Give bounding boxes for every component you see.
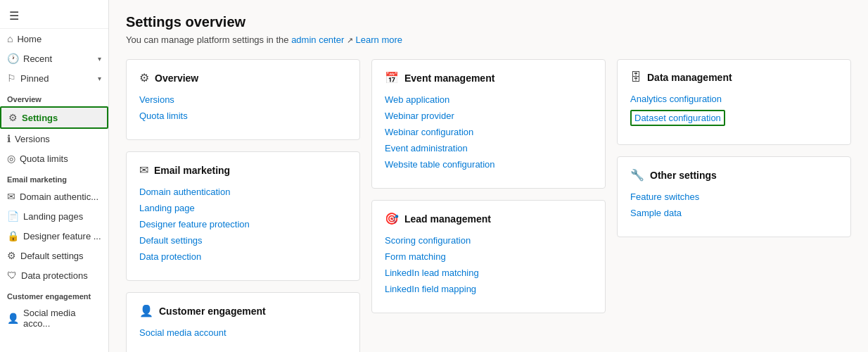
sidebar-item-label: Pinned bbox=[20, 73, 49, 84]
sidebar-item-label: Designer feature ... bbox=[23, 231, 101, 241]
gear-icon: ⚙ bbox=[7, 250, 16, 261]
pin-icon: ⚐ bbox=[7, 73, 16, 84]
data-protection-link[interactable]: Data protection bbox=[139, 251, 347, 262]
right-column: 🗄 Data management Analytics configuratio… bbox=[617, 59, 851, 352]
event-management-card-header: 📅 Event management bbox=[385, 71, 592, 84]
main-content: Settings overview You can manage platfor… bbox=[109, 0, 868, 352]
webinar-provider-link[interactable]: Webinar provider bbox=[385, 111, 592, 121]
sidebar-section-customer-engagement: Customer engagement bbox=[0, 285, 108, 303]
domain-auth-link[interactable]: Domain authentication bbox=[139, 187, 347, 197]
other-settings-card-header: 🔧 Other settings bbox=[630, 168, 838, 182]
external-icon: ↗ bbox=[347, 36, 353, 44]
sidebar-item-label: Social media acco... bbox=[23, 308, 101, 329]
sidebar-item-label: Landing pages bbox=[23, 211, 83, 222]
sidebar-item-label: Home bbox=[17, 34, 42, 44]
sidebar-item-quota-limits[interactable]: ◎ Quota limits bbox=[0, 149, 108, 168]
email-marketing-card-title: Email marketing bbox=[154, 165, 230, 176]
sidebar-item-label: Settings bbox=[22, 113, 58, 123]
overview-icon: ⚙ bbox=[139, 71, 149, 84]
landing-page-link[interactable]: Landing page bbox=[139, 203, 347, 213]
analytics-config-link[interactable]: Analytics configuration bbox=[630, 94, 838, 104]
email-marketing-card: ✉ Email marketing Domain authentication … bbox=[126, 151, 360, 281]
social-media-link[interactable]: Social media account bbox=[139, 327, 347, 338]
customer-engagement-card-title: Customer engagement bbox=[159, 306, 266, 317]
sidebar-section-email-marketing: Email marketing bbox=[0, 168, 108, 187]
sidebar-item-data-protections[interactable]: 🛡 Data protections bbox=[0, 265, 108, 285]
event-management-card: 📅 Event management Web application Webin… bbox=[371, 59, 606, 189]
sidebar-item-label: Recent bbox=[23, 54, 52, 64]
customer-engagement-card-header: 👤 Customer engagement bbox=[139, 304, 347, 318]
shield-icon: 🛡 bbox=[7, 270, 17, 281]
designer-feature-link[interactable]: Designer feature protection bbox=[139, 219, 347, 230]
linkedin-field-link[interactable]: LinkedIn field mapping bbox=[385, 284, 592, 294]
lead-management-card: 🎯 Lead management Scoring configuration … bbox=[371, 200, 606, 313]
admin-center-link[interactable]: admin center bbox=[291, 34, 344, 45]
webinar-config-link[interactable]: Webinar configuration bbox=[385, 127, 592, 137]
customer-engagement-card: 👤 Customer engagement Social media accou… bbox=[126, 292, 360, 352]
linkedin-lead-link[interactable]: LinkedIn lead matching bbox=[385, 268, 592, 278]
email-marketing-icon: ✉ bbox=[139, 163, 148, 177]
cards-grid: ⚙ Overview Versions Quota limits ✉ Email… bbox=[126, 59, 851, 352]
sidebar-item-default-settings[interactable]: ⚙ Default settings bbox=[0, 246, 108, 265]
sidebar: ☰ ⌂ Home 🕐 Recent ▾ ⚐ Pinned ▾ Overview … bbox=[0, 0, 109, 352]
overview-card-header: ⚙ Overview bbox=[139, 71, 347, 84]
overview-card-title: Overview bbox=[155, 73, 198, 84]
default-settings-link[interactable]: Default settings bbox=[139, 235, 347, 246]
subtitle-text: You can manage platform settings in the bbox=[126, 34, 289, 45]
sidebar-item-versions[interactable]: ℹ Versions bbox=[0, 129, 108, 149]
chevron-down-icon: ▾ bbox=[98, 55, 101, 63]
page-title: Settings overview bbox=[126, 14, 851, 30]
sidebar-item-designer-feature[interactable]: 🔒 Designer feature ... bbox=[0, 226, 108, 246]
quota-icon: ◎ bbox=[7, 153, 15, 164]
settings-icon: ⚙ bbox=[8, 112, 18, 123]
lock-icon: 🔒 bbox=[7, 230, 19, 241]
sidebar-item-landing-pages[interactable]: 📄 Landing pages bbox=[0, 206, 108, 226]
data-management-card: 🗄 Data management Analytics configuratio… bbox=[617, 59, 851, 145]
left-column: ⚙ Overview Versions Quota limits ✉ Email… bbox=[126, 59, 360, 352]
customer-engagement-icon: 👤 bbox=[139, 304, 153, 318]
learn-more-link[interactable]: Learn more bbox=[356, 34, 402, 45]
other-settings-card-title: Other settings bbox=[650, 170, 717, 181]
sidebar-item-social-media[interactable]: 👤 Social media acco... bbox=[0, 303, 108, 333]
sidebar-item-pinned[interactable]: ⚐ Pinned ▾ bbox=[0, 68, 108, 88]
page-icon: 📄 bbox=[7, 210, 19, 222]
sidebar-item-label: Versions bbox=[15, 134, 50, 144]
info-icon: ℹ bbox=[7, 133, 11, 144]
quota-limits-link[interactable]: Quota limits bbox=[139, 111, 347, 121]
sidebar-item-home[interactable]: ⌂ Home bbox=[0, 29, 108, 49]
event-admin-link[interactable]: Event administration bbox=[385, 143, 592, 153]
home-icon: ⌂ bbox=[7, 33, 13, 44]
sidebar-item-label: Default settings bbox=[20, 251, 84, 261]
person-icon: 👤 bbox=[7, 313, 19, 324]
event-management-card-title: Event management bbox=[404, 73, 494, 84]
data-management-card-header: 🗄 Data management bbox=[630, 71, 838, 84]
other-settings-card: 🔧 Other settings Feature switches Sample… bbox=[617, 156, 851, 237]
sidebar-item-recent[interactable]: 🕐 Recent ▾ bbox=[0, 49, 108, 68]
scoring-config-link[interactable]: Scoring configuration bbox=[385, 235, 592, 246]
sidebar-item-settings[interactable]: ⚙ Settings bbox=[0, 106, 108, 129]
web-application-link[interactable]: Web application bbox=[385, 94, 592, 105]
email-marketing-card-header: ✉ Email marketing bbox=[139, 163, 347, 177]
sidebar-item-domain-auth[interactable]: ✉ Domain authentic... bbox=[0, 187, 108, 206]
lead-management-card-header: 🎯 Lead management bbox=[385, 212, 592, 225]
overview-card: ⚙ Overview Versions Quota limits bbox=[126, 59, 360, 140]
sidebar-item-label: Quota limits bbox=[20, 153, 68, 164]
data-management-icon: 🗄 bbox=[630, 71, 642, 84]
event-management-icon: 📅 bbox=[385, 71, 399, 84]
hamburger-button[interactable]: ☰ bbox=[4, 6, 24, 25]
sidebar-item-label: Data protections bbox=[21, 270, 88, 281]
clock-icon: 🕐 bbox=[7, 53, 19, 64]
page-subtitle: You can manage platform settings in the … bbox=[126, 34, 851, 45]
chevron-down-icon: ▾ bbox=[98, 75, 101, 82]
data-management-card-title: Data management bbox=[647, 72, 732, 83]
form-matching-link[interactable]: Form matching bbox=[385, 251, 592, 262]
feature-switches-link[interactable]: Feature switches bbox=[630, 191, 838, 202]
other-settings-icon: 🔧 bbox=[630, 168, 644, 182]
website-table-link[interactable]: Website table configuration bbox=[385, 159, 592, 170]
sample-data-link[interactable]: Sample data bbox=[630, 208, 838, 218]
dataset-config-link[interactable]: Dataset configuration bbox=[630, 110, 725, 126]
email-icon: ✉ bbox=[7, 191, 15, 202]
middle-column: 📅 Event management Web application Webin… bbox=[371, 59, 606, 352]
versions-link[interactable]: Versions bbox=[139, 94, 347, 105]
sidebar-section-overview: Overview bbox=[0, 88, 108, 106]
